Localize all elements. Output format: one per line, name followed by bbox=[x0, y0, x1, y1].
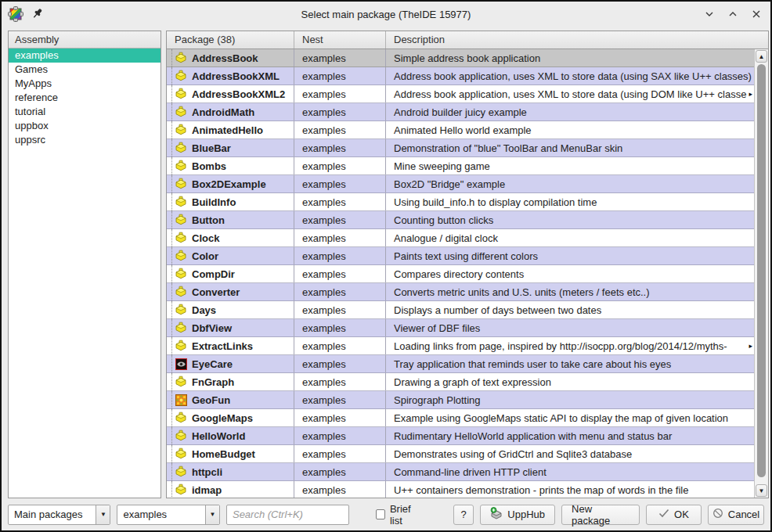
table-row-DbfView[interactable]: DbfViewexamplesViewer of DBF files bbox=[167, 319, 754, 337]
table-row-Days[interactable]: DaysexamplesDisplays a number of days be… bbox=[167, 301, 754, 319]
package-nest: examples bbox=[294, 319, 386, 336]
column-header-description[interactable]: Description bbox=[386, 31, 768, 49]
package-brick-icon bbox=[175, 196, 187, 208]
table-row-GeoFun[interactable]: GeoFunexamplesSpirograph Plotting bbox=[167, 391, 754, 409]
cancel-label: Cancel bbox=[728, 509, 759, 520]
table-row-ExtractLinks[interactable]: ExtractLinksexamplesLoading links from p… bbox=[167, 337, 754, 355]
package-description: Converts metric units and U.S. units (me… bbox=[386, 283, 754, 300]
assembly-filter-dropdown[interactable]: examples ▼ bbox=[117, 505, 219, 525]
scroll-down-icon[interactable]: ▼ bbox=[756, 484, 767, 497]
assembly-item-uppbox[interactable]: uppbox bbox=[9, 119, 161, 133]
table-row-Bombs[interactable]: BombsexamplesMine sweeping game bbox=[167, 157, 754, 175]
vertical-scrollbar[interactable]: ▲ ▼ bbox=[754, 49, 768, 498]
table-row-GoogleMaps[interactable]: GoogleMapsexamplesExample using GoogleMa… bbox=[167, 409, 754, 427]
package-description: Demonstrates using of GridCtrl and Sqlit… bbox=[386, 445, 754, 462]
table-row-idmap[interactable]: idmapexamplesU++ containers demonstratio… bbox=[167, 481, 754, 498]
table-row-CompDir[interactable]: CompDirexamplesCompares directory conten… bbox=[167, 265, 754, 283]
package-brick-icon bbox=[175, 483, 187, 496]
assembly-item-reference[interactable]: reference bbox=[9, 91, 161, 105]
table-row-BuildInfo[interactable]: BuildInfoexamplesUsing build_info.h to d… bbox=[167, 193, 754, 211]
column-header-nest[interactable]: Nest bbox=[294, 31, 386, 49]
package-name: BlueBar bbox=[192, 142, 231, 154]
package-nest: examples bbox=[294, 193, 386, 210]
package-brick-icon bbox=[175, 214, 187, 226]
package-description: Paints text using different colors bbox=[386, 247, 754, 264]
package-name: ExtractLinks bbox=[192, 340, 253, 352]
table-row-AddressBookXML2[interactable]: AddressBookXML2examplesAddress book appl… bbox=[167, 85, 754, 103]
brief-list-checkbox[interactable] bbox=[376, 509, 385, 519]
package-name: AddressBookXML bbox=[192, 70, 280, 82]
dropdown-arrow-icon[interactable]: ▼ bbox=[205, 505, 219, 524]
scrollbar-thumb[interactable] bbox=[757, 64, 766, 477]
package-brick-icon bbox=[175, 412, 187, 424]
package-description: Analogue / digital clock bbox=[386, 229, 754, 246]
package-brick-icon bbox=[175, 70, 187, 82]
assembly-column-header[interactable]: Assembly bbox=[9, 31, 161, 49]
table-row-Converter[interactable]: ConverterexamplesConverts metric units a… bbox=[167, 283, 754, 301]
package-description: Rudimentary HelloWorld application with … bbox=[386, 427, 754, 444]
package-description: Animated Hello world example bbox=[386, 121, 754, 138]
assembly-item-examples[interactable]: examples bbox=[9, 49, 161, 63]
package-name: Converter bbox=[192, 286, 240, 298]
table-row-httpcli[interactable]: httpcliexamplesCommand-line driven HTTP … bbox=[167, 463, 754, 481]
truncation-arrow-icon: ▸ bbox=[747, 342, 752, 350]
table-row-AndroidMath[interactable]: AndroidMathexamplesAndroid builder juicy… bbox=[167, 103, 754, 121]
package-name: CompDir bbox=[192, 268, 235, 280]
assembly-item-Games[interactable]: Games bbox=[9, 63, 161, 77]
help-button[interactable]: ? bbox=[453, 505, 474, 525]
package-nest: examples bbox=[294, 463, 386, 480]
table-row-FnGraph[interactable]: FnGraphexamplesDrawing a graph of text e… bbox=[167, 373, 754, 391]
package-name: AnimatedHello bbox=[192, 124, 263, 136]
table-row-AnimatedHello[interactable]: AnimatedHelloexamplesAnimated Hello worl… bbox=[167, 121, 754, 139]
check-icon bbox=[658, 509, 669, 520]
upphub-label: UppHub bbox=[507, 509, 545, 520]
table-row-Clock[interactable]: ClockexamplesAnalogue / digital clock bbox=[167, 229, 754, 247]
package-name: AddressBook bbox=[192, 52, 258, 64]
package-nest: examples bbox=[294, 229, 386, 246]
package-brick-icon bbox=[175, 322, 187, 334]
main-packages-dropdown[interactable]: Main packages ▼ bbox=[8, 505, 110, 525]
rollup-chevron-up-icon[interactable] bbox=[727, 8, 739, 20]
new-package-button[interactable]: New package bbox=[561, 505, 640, 525]
search-input[interactable]: Search (Ctrl+K) bbox=[226, 505, 349, 525]
brief-list-option[interactable]: Brief list bbox=[376, 503, 424, 527]
upphub-button[interactable]: UppHub bbox=[480, 505, 555, 525]
table-row-HelloWorld[interactable]: HelloWorldexamplesRudimentary HelloWorld… bbox=[167, 427, 754, 445]
table-row-Box2DExample[interactable]: Box2DExampleexamplesBox2D "Bridge" examp… bbox=[167, 175, 754, 193]
table-row-Color[interactable]: ColorexamplesPaints text using different… bbox=[167, 247, 754, 265]
package-description: Android builder juicy example bbox=[386, 103, 754, 120]
close-icon[interactable] bbox=[750, 8, 763, 20]
table-row-AddressBookXML[interactable]: AddressBookXMLexamplesAddress book appli… bbox=[167, 67, 754, 85]
column-header-package[interactable]: Package (38) bbox=[167, 31, 294, 49]
package-description: Displays a number of days between two da… bbox=[386, 301, 754, 318]
package-description: Loading links from page, inspired by htt… bbox=[386, 337, 754, 354]
package-description: Counting button clicks bbox=[386, 211, 754, 228]
main-packages-dropdown-value: Main packages bbox=[9, 509, 96, 520]
table-row-Button[interactable]: ButtonexamplesCounting button clicks bbox=[167, 211, 754, 229]
package-description: Simple address book application bbox=[386, 49, 754, 66]
ok-button[interactable]: OK bbox=[646, 505, 702, 525]
table-row-HomeBudget[interactable]: HomeBudgetexamplesDemonstrates using of … bbox=[167, 445, 754, 463]
package-nest: examples bbox=[294, 373, 386, 390]
table-row-AddressBook[interactable]: AddressBookexamplesSimple address book a… bbox=[167, 49, 754, 67]
dropdown-arrow-icon[interactable]: ▼ bbox=[96, 505, 110, 524]
cancel-button[interactable]: Cancel bbox=[708, 505, 764, 525]
package-nest: examples bbox=[294, 85, 386, 102]
package-nest: examples bbox=[294, 355, 386, 372]
assembly-item-uppsrc[interactable]: uppsrc bbox=[9, 133, 161, 147]
table-row-BlueBar[interactable]: BlueBarexamplesDemonstration of "blue" T… bbox=[167, 139, 754, 157]
table-row-EyeCare[interactable]: EyeCareexamplesTray application that rem… bbox=[167, 355, 754, 373]
package-nest: examples bbox=[294, 445, 386, 462]
package-brick-icon bbox=[175, 124, 187, 136]
assembly-item-tutorial[interactable]: tutorial bbox=[9, 105, 161, 119]
select-main-package-dialog: Select main package (TheIDE 15977) Assem… bbox=[0, 0, 772, 532]
package-nest: examples bbox=[294, 157, 386, 174]
shade-chevron-down-icon[interactable] bbox=[703, 8, 716, 20]
package-nest: examples bbox=[294, 175, 386, 192]
scroll-up-icon[interactable]: ▲ bbox=[756, 50, 767, 63]
assembly-item-MyApps[interactable]: MyApps bbox=[9, 77, 161, 91]
package-name: AddressBookXML2 bbox=[192, 88, 285, 100]
package-description: Command-line driven HTTP client bbox=[386, 463, 754, 480]
package-brick-icon bbox=[175, 142, 187, 154]
package-name: HelloWorld bbox=[192, 430, 245, 442]
